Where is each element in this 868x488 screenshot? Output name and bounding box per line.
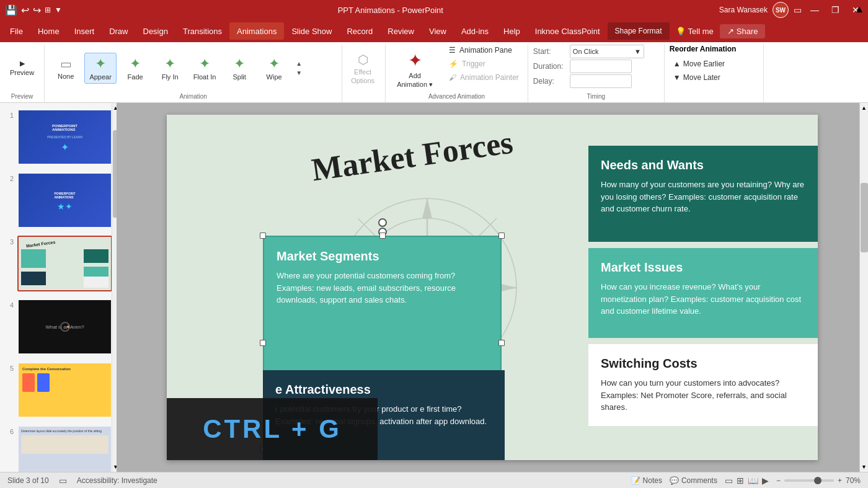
thumb-scroll-down[interactable]: ▼ <box>112 462 117 472</box>
animation-painter-button[interactable]: 🖌 Animation Painter <box>445 72 523 83</box>
preview-button[interactable]: ▶ Preview <box>5 57 39 79</box>
fade-icon: ✦ <box>130 56 141 72</box>
market-forces-title[interactable]: Market Forces <box>309 124 515 189</box>
menu-animations[interactable]: Animations <box>229 22 284 40</box>
customize-icon[interactable]: ▼ <box>55 6 62 14</box>
view-icons: ▭ ⊞ 📖 ▶ <box>725 476 769 486</box>
timing-delay-row: Delay: <box>533 74 644 88</box>
scroll-up-button[interactable]: ▲ <box>294 60 304 68</box>
animation-none[interactable]: ▭ None <box>50 54 82 82</box>
slide-num-5: 5 <box>4 362 14 372</box>
canvas-vscrollbar[interactable]: ▲ ▼ <box>859 103 868 472</box>
main-area: 1 POWERPOINTANIMATIONS PRESENTED BY LEAR… <box>0 103 868 472</box>
restore-button[interactable]: ❐ <box>828 4 843 16</box>
start-select[interactable]: On Click ▼ <box>570 45 644 58</box>
slide-img-2: POWERPOINTANIMATIONS ★✦ <box>17 172 112 228</box>
avatar[interactable]: SW <box>773 2 789 18</box>
zoom-plus-button[interactable]: + <box>838 476 842 485</box>
tell-me-button[interactable]: 💡 Tell me <box>670 24 720 38</box>
menu-addins[interactable]: Add-ins <box>454 22 496 40</box>
menu-transitions[interactable]: Transitions <box>175 22 229 40</box>
animation-wipe[interactable]: ✦ Wipe <box>258 53 290 83</box>
delay-label: Delay: <box>533 77 567 86</box>
ribbon-group-reorder: Reorder Animation ▲ Move Earlier ▼ Move … <box>665 45 764 102</box>
card-switching-costs[interactable]: Switching Costs How can you turn your cu… <box>588 344 818 426</box>
canvas-scroll-down[interactable]: ▼ <box>860 462 868 472</box>
advanced-anim-group-label: Advanced Animation <box>386 93 528 100</box>
menu-draw[interactable]: Draw <box>102 22 135 40</box>
animation-appear[interactable]: ✦ Appear <box>84 53 117 84</box>
menu-review[interactable]: Review <box>380 22 422 40</box>
app-title: PPT Animations - PowerPoint <box>62 6 719 15</box>
move-earlier-button[interactable]: ▲ Move Earlier <box>670 58 737 69</box>
slide-thumbnail-6[interactable]: 6 Determine layout slide accurately the … <box>2 424 113 472</box>
slideshow-icon[interactable]: ▶ <box>762 476 769 486</box>
slide-3-card2 <box>21 249 46 268</box>
duration-input[interactable] <box>570 60 632 73</box>
thumb-scroll-up[interactable]: ▲ <box>112 103 117 113</box>
card-market-issues[interactable]: Market Issues How can you increase reven… <box>588 248 818 338</box>
needs-wants-text: How many of your customers are you retai… <box>601 179 805 215</box>
move-later-button[interactable]: ▼ Move Later <box>670 72 737 83</box>
menu-home[interactable]: Home <box>30 22 67 40</box>
more-tools-icon[interactable]: ⊞ <box>45 6 51 14</box>
save-icon[interactable]: 💾 <box>5 4 17 16</box>
ribbon: ▶ Preview Preview ▭ None ✦ Appear ✦ Fade <box>0 42 868 103</box>
slide-4-dot <box>67 326 69 328</box>
add-animation-button[interactable]: ✦ Add Animation ▾ <box>391 47 439 92</box>
rotate-handle-top[interactable] <box>378 218 387 227</box>
menu-help[interactable]: Help <box>496 22 528 40</box>
zoom-minus-button[interactable]: − <box>776 476 781 485</box>
animation-fly-in[interactable]: ✦ Fly In <box>154 53 186 83</box>
canvas-scroll-up[interactable]: ▲ <box>860 103 868 113</box>
minimize-button[interactable]: — <box>807 4 823 16</box>
slide-sorter-icon[interactable]: ⊞ <box>737 476 744 486</box>
menu-record[interactable]: Record <box>339 22 380 40</box>
zoom-track[interactable] <box>784 479 834 482</box>
redo-icon[interactable]: ↪ <box>33 4 41 16</box>
statusbar: Slide 3 of 10 ▭ Accessibility: Investiga… <box>0 472 868 488</box>
slide-thumbnail-2[interactable]: 2 POWERPOINTANIMATIONS ★✦ <box>2 171 113 229</box>
titlebar-left: 💾 ↩ ↪ ⊞ ▼ <box>5 4 62 16</box>
scroll-down-button[interactable]: ▼ <box>294 69 304 77</box>
trigger-button[interactable]: ⚡ Trigger <box>445 58 523 69</box>
ribbon-collapse-button[interactable]: ▲ <box>854 4 864 15</box>
slide-num-4: 4 <box>4 299 14 309</box>
menu-insert[interactable]: Insert <box>67 22 102 40</box>
slide-thumbnail-1[interactable]: 1 POWERPOINTANIMATIONS PRESENTED BY LEAR… <box>2 108 113 166</box>
share-button[interactable]: ↗ Share <box>720 24 766 38</box>
animation-fade[interactable]: ✦ Fade <box>119 53 151 83</box>
duration-label: Duration: <box>533 62 567 71</box>
slide-thumbnail-4[interactable]: 4 What is an Anim? <box>2 298 113 356</box>
comments-button[interactable]: 💬 Comments <box>670 476 717 485</box>
animation-split[interactable]: ✦ Split <box>223 53 255 83</box>
slide-thumbnail-5[interactable]: 5 Complete the Conversation <box>2 361 113 419</box>
thumbnail-scrollbar[interactable]: ▲ ▼ <box>112 103 117 472</box>
rotate-handle-2[interactable] <box>378 228 387 236</box>
slide-view-icon[interactable]: ▭ <box>59 476 67 486</box>
accessibility-label[interactable]: Accessibility: Investigate <box>77 476 157 485</box>
menu-shape-format[interactable]: Shape Format <box>608 22 670 40</box>
canvas-scroll-thumb[interactable] <box>861 183 868 253</box>
zoom-thumb[interactable] <box>814 477 822 484</box>
delay-input[interactable] <box>570 74 632 88</box>
undo-icon[interactable]: ↩ <box>21 4 29 16</box>
notes-button[interactable]: 📝 Notes <box>631 476 662 485</box>
card-needs-wants[interactable]: Needs and Wants How many of your custome… <box>588 146 818 242</box>
slide-thumbnail-3[interactable]: 3 Market Forces <box>2 234 113 293</box>
zoom-level[interactable]: 70% <box>846 476 861 485</box>
ribbon-toggle-icon[interactable]: ▭ <box>794 5 802 15</box>
menu-inknoe[interactable]: Inknoe ClassPoint <box>528 22 608 40</box>
menu-file[interactable]: File <box>2 22 30 40</box>
normal-view-icon[interactable]: ▭ <box>725 476 733 486</box>
menu-view[interactable]: View <box>422 22 454 40</box>
slide-6-text: Determine layout slide accurately the po… <box>21 429 108 433</box>
animation-float-in[interactable]: ✦ Float In <box>188 53 221 83</box>
effect-options-button[interactable]: ⬡ Effect Options <box>347 50 378 87</box>
notes-icon: 📝 <box>631 476 640 485</box>
reading-view-icon[interactable]: 📖 <box>748 476 758 486</box>
menu-slideshow[interactable]: Slide Show <box>284 22 339 40</box>
wipe-icon: ✦ <box>268 56 280 72</box>
animation-pane-button[interactable]: ☰ Animation Pane <box>445 45 523 56</box>
menu-design[interactable]: Design <box>136 22 175 40</box>
